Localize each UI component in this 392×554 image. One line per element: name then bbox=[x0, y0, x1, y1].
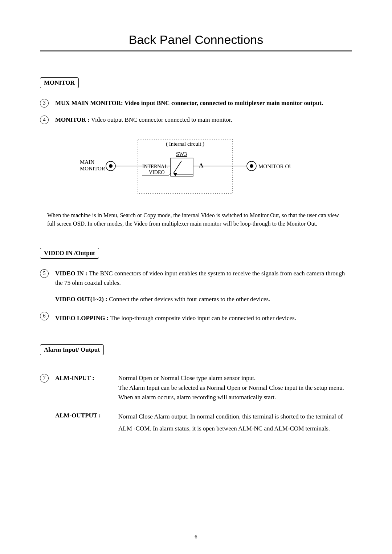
num-circle-7: 7 bbox=[40, 374, 49, 383]
item-4-label: MONITOR : bbox=[55, 116, 91, 123]
monitor-explain-text: When the machine is in Menu, Search or C… bbox=[47, 211, 345, 228]
video-out-label: VIDEO OUT(1~2) : bbox=[55, 296, 109, 303]
num-circle-6: 6 bbox=[40, 312, 49, 320]
diagram-svg: ( Internal circuit ) SW3 MAIN MONITOR IN… bbox=[58, 137, 290, 199]
diagram-internal-circuit-label: ( Internal circuit ) bbox=[166, 141, 204, 147]
diagram-internal-video-label-1: INTERNAL bbox=[142, 164, 168, 169]
diagram-internal-video-label-2: VIDEO bbox=[149, 170, 165, 175]
item-4-row: 4 MONITOR : Video output BNC connector c… bbox=[40, 115, 352, 125]
item-6-text: The loop-through composite video input c… bbox=[110, 315, 296, 322]
alm-input-label: ALM-INPUT : bbox=[55, 373, 116, 402]
section-monitor: MONITOR 3 MUX MAIN MONITOR: Video input … bbox=[40, 77, 352, 228]
title-rule: Back Panel Connections bbox=[40, 33, 352, 52]
alm-input-text: Normal Open or Normal Close type alarm s… bbox=[118, 373, 352, 402]
section-alarm: Alarm Input/ Output 7 ALM-INPUT : Normal… bbox=[40, 344, 352, 434]
item-4-text: Video output BNC connector connected to … bbox=[91, 116, 232, 123]
item-3-text: Video input BNC connector, connected to … bbox=[124, 100, 323, 106]
svg-line-2 bbox=[173, 161, 181, 173]
section-label-video: VIDEO IN /Output bbox=[40, 248, 99, 259]
diagram-main-monitor-label-1: MAIN bbox=[80, 159, 94, 165]
num-circle-5: 5 bbox=[40, 269, 49, 278]
diagram-monitor-out-label: MONITOR OUT bbox=[258, 163, 290, 169]
section-video: VIDEO IN /Output 5 VIDEO IN : The BNC co… bbox=[40, 248, 352, 323]
num-circle-3: 3 bbox=[40, 99, 49, 108]
alm-output-text: Normal Close Alarm output. In normal con… bbox=[118, 411, 352, 434]
section-label-alarm: Alarm Input/ Output bbox=[40, 344, 104, 355]
item-3-row: 3 MUX MAIN MONITOR: Video input BNC conn… bbox=[40, 98, 352, 108]
item-5-row: 5 VIDEO IN : The BNC connectors of video… bbox=[40, 269, 352, 287]
monitor-diagram: ( Internal circuit ) SW3 MAIN MONITOR IN… bbox=[58, 137, 352, 200]
alm-output-label: ALM-OUTPUT : bbox=[55, 411, 116, 434]
svg-point-12 bbox=[250, 164, 253, 168]
item-5-label: VIDEO IN : bbox=[55, 270, 89, 277]
svg-point-6 bbox=[109, 164, 113, 168]
svg-line-9 bbox=[169, 173, 171, 175]
page-title: Back Panel Connections bbox=[40, 33, 352, 47]
page-number: 6 bbox=[0, 534, 392, 539]
item-7-row: 7 ALM-INPUT : Normal Open or Normal Clos… bbox=[40, 373, 352, 402]
section-label-monitor: MONITOR bbox=[40, 77, 79, 88]
video-out-row: VIDEO OUT(1~2) : Connect the other devic… bbox=[55, 295, 352, 304]
video-out-text: Connect the other devices with four came… bbox=[109, 296, 270, 303]
diagram-main-monitor-label-2: MONITOR bbox=[80, 166, 105, 171]
num-circle-4: 4 bbox=[40, 116, 49, 124]
item-6-row: 6 VIDEO LOPPING : The loop-through compo… bbox=[40, 311, 352, 323]
item-3-label: MUX MAIN MONITOR: bbox=[55, 100, 124, 106]
item-6-label: VIDEO LOPPING : bbox=[55, 315, 110, 322]
diagram-sw3-label: SW3 bbox=[176, 151, 187, 157]
item-5-text: The BNC connectors of video input enable… bbox=[55, 270, 345, 286]
diagram-a-label: A bbox=[199, 162, 204, 169]
